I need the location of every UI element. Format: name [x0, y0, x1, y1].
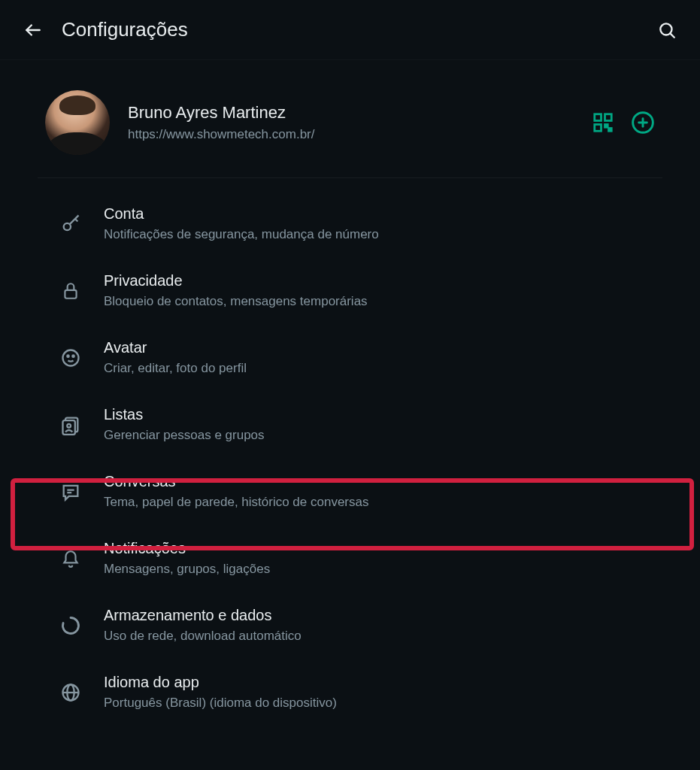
menu-item-language[interactable]: Idioma do app Português (Brasil) (idioma… — [0, 659, 700, 726]
menu-item-avatar[interactable]: Avatar Criar, editar, foto do perfil — [0, 324, 700, 391]
contacts-icon — [56, 410, 86, 440]
app-header: Configurações — [0, 0, 700, 60]
arrow-left-icon — [23, 20, 43, 40]
menu-item-title: Armazenamento e dados — [104, 607, 302, 624]
face-icon — [56, 343, 86, 373]
menu-item-lists[interactable]: Listas Gerenciar pessoas e grupos — [0, 391, 700, 458]
search-icon — [657, 20, 677, 40]
menu-item-subtitle: Criar, editar, foto do perfil — [104, 361, 247, 376]
menu-item-account[interactable]: Conta Notificações de segurança, mudança… — [0, 190, 700, 257]
page-title: Configurações — [62, 18, 652, 41]
menu-item-title: Privacidade — [104, 272, 368, 290]
menu-item-subtitle: Tema, papel de parede, histórico de conv… — [104, 495, 368, 510]
svg-rect-5 — [595, 125, 602, 132]
menu-item-subtitle: Notificações de segurança, mudança de nú… — [104, 227, 379, 242]
svg-line-2 — [670, 33, 674, 37]
svg-rect-6 — [605, 125, 608, 128]
svg-point-15 — [72, 355, 74, 356]
profile-subtitle: https://www.showmetech.com.br/ — [128, 127, 592, 142]
menu-item-title: Notificações — [104, 540, 270, 557]
menu-item-title: Conversas — [104, 473, 368, 490]
profile-name: Bruno Ayres Martinez — [128, 103, 592, 123]
svg-rect-7 — [609, 129, 612, 132]
menu-item-privacy[interactable]: Privacidade Bloqueio de contatos, mensag… — [0, 257, 700, 324]
menu-item-title: Idioma do app — [104, 674, 337, 691]
menu-item-storage[interactable]: Armazenamento e dados Uso de rede, downl… — [0, 592, 700, 659]
menu-item-notifications[interactable]: Notificações Mensagens, grupos, ligações — [0, 525, 700, 592]
menu-item-chats[interactable]: Conversas Tema, papel de parede, históri… — [0, 458, 700, 525]
settings-menu: Conta Notificações de segurança, mudança… — [0, 186, 700, 730]
globe-icon — [56, 678, 86, 708]
qr-code-button[interactable] — [592, 111, 614, 134]
menu-item-title: Listas — [104, 406, 265, 423]
menu-item-title: Conta — [104, 205, 379, 223]
menu-item-subtitle: Uso de rede, download automático — [104, 629, 302, 644]
key-icon — [56, 209, 86, 239]
bell-icon — [56, 544, 86, 574]
svg-rect-12 — [65, 290, 76, 298]
menu-item-subtitle: Gerenciar pessoas e grupos — [104, 428, 265, 443]
avatar — [45, 90, 110, 155]
data-usage-icon — [56, 611, 86, 641]
chat-icon — [56, 477, 86, 507]
menu-item-subtitle: Português (Brasil) (idioma do dispositiv… — [104, 696, 337, 711]
svg-rect-3 — [595, 114, 602, 121]
menu-item-subtitle: Bloqueio de contatos, mensagens temporár… — [104, 294, 368, 309]
svg-rect-4 — [605, 114, 612, 121]
add-button[interactable] — [631, 111, 655, 135]
plus-circle-icon — [631, 111, 655, 135]
svg-point-13 — [63, 350, 79, 365]
divider — [38, 177, 662, 178]
menu-item-title: Avatar — [104, 339, 247, 356]
profile-row[interactable]: Bruno Ayres Martinez https://www.showmet… — [0, 60, 700, 177]
qr-code-icon — [592, 111, 614, 134]
search-button[interactable] — [652, 15, 682, 45]
profile-text: Bruno Ayres Martinez https://www.showmet… — [128, 103, 592, 142]
lock-icon — [56, 276, 86, 306]
profile-actions — [592, 111, 655, 135]
svg-point-14 — [67, 355, 68, 356]
back-button[interactable] — [18, 15, 48, 45]
menu-item-subtitle: Mensagens, grupos, ligações — [104, 562, 270, 577]
